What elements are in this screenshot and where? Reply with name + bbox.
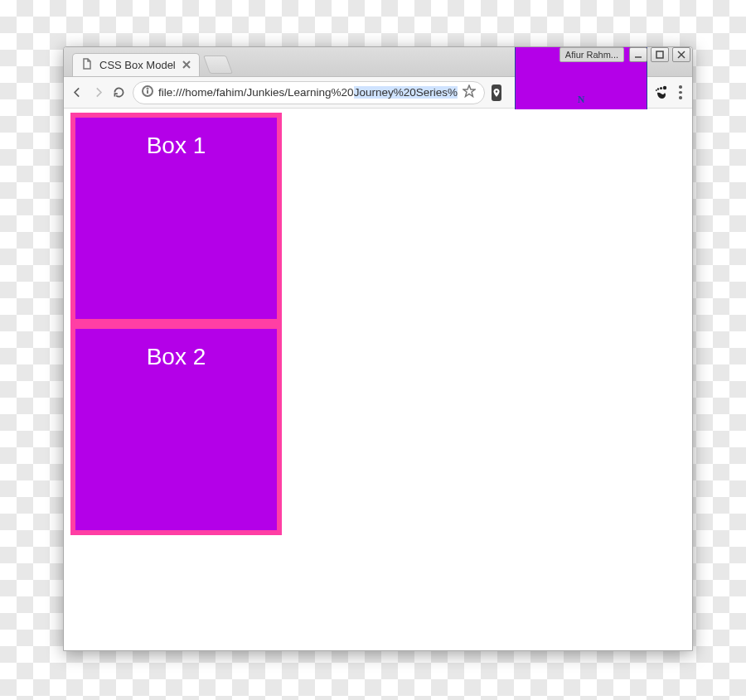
window-title: Afiur Rahm... <box>560 47 624 62</box>
minimize-button[interactable] <box>629 47 647 62</box>
svg-marker-9 <box>463 85 475 97</box>
reload-button[interactable] <box>112 83 126 103</box>
window-titlebar: Afiur Rahm... <box>560 47 692 62</box>
svg-point-14 <box>655 89 656 91</box>
svg-point-12 <box>660 87 662 89</box>
new-tab-button[interactable] <box>203 56 233 74</box>
page-icon <box>81 58 93 72</box>
forward-button[interactable] <box>91 83 105 103</box>
extension-gnome-icon[interactable] <box>654 84 669 101</box>
info-icon <box>142 85 153 99</box>
url-text: file:///home/fahim/Junkies/Learning%20Jo… <box>158 86 458 99</box>
maximize-button[interactable] <box>651 47 669 62</box>
close-button[interactable] <box>672 47 690 62</box>
back-button[interactable] <box>70 83 85 103</box>
svg-rect-1 <box>656 51 663 58</box>
demo-box-2: Box 2 <box>70 324 282 535</box>
bookmark-star-icon[interactable] <box>463 84 476 100</box>
browser-tab[interactable]: CSS Box Model <box>72 53 200 76</box>
svg-point-8 <box>148 89 148 89</box>
tab-close-icon[interactable] <box>182 59 191 71</box>
address-bar[interactable]: file:///home/fahim/Junkies/Learning%20Jo… <box>133 81 485 104</box>
svg-point-13 <box>656 88 658 89</box>
menu-button[interactable] <box>676 85 685 99</box>
tab-title: CSS Box Model <box>99 59 176 71</box>
page-viewport: Box 1 Box 2 <box>64 109 692 650</box>
demo-box-1: Box 1 <box>70 113 282 324</box>
browser-window: Afiur Rahm... CSS Box Model <box>63 46 693 651</box>
toolbar: file:///home/fahim/Junkies/Learning%20Jo… <box>64 77 692 109</box>
svg-point-10 <box>496 90 497 92</box>
extension-location-icon[interactable] <box>492 84 501 101</box>
svg-point-11 <box>662 85 666 89</box>
